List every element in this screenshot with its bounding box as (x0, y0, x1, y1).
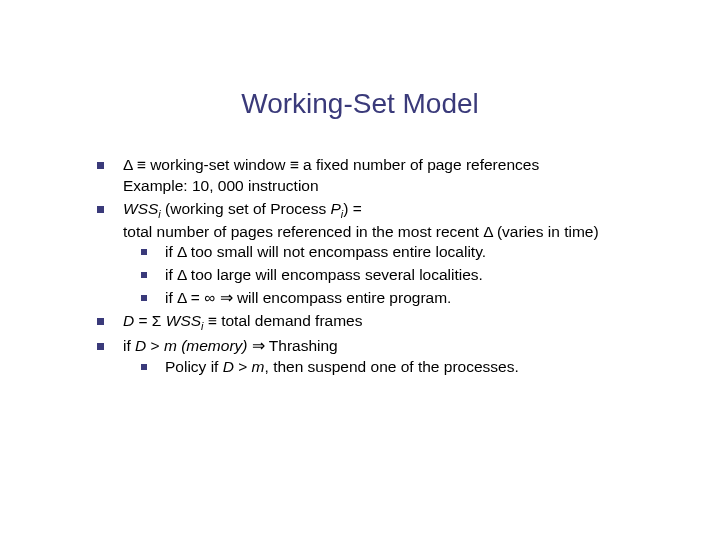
bullet-1-line-1: Δ ≡ working-set window ≡ a fixed number … (123, 156, 539, 173)
bullet-2-line-1: WSSi (working set of Process Pi) = (123, 200, 362, 217)
wss-symbol: WSS (123, 200, 158, 217)
bullet-2-sub-2: if Δ too large will encompass several lo… (139, 265, 680, 286)
bullet-4: if D > m (memory) ⇒ Thrashing Policy if … (95, 336, 680, 378)
bullet-4-gt: > (146, 337, 164, 354)
policy-m: m (252, 358, 265, 375)
bullet-2-sub-3: if Δ = ∞ ⇒ will encompass entire program… (139, 288, 680, 309)
slide-body: Δ ≡ working-set window ≡ a fixed number … (95, 155, 680, 380)
bullet-3: D = Σ WSSi ≡ total demand frames (95, 311, 680, 334)
bullet-2-line-2: total number of pages referenced in the … (123, 223, 599, 240)
policy-gt: > (234, 358, 252, 375)
bullet-4-arrow: ⇒ Thrashing (247, 337, 337, 354)
slide-title: Working-Set Model (0, 88, 720, 120)
bullet-3-line: D = Σ WSSi ≡ total demand frames (123, 312, 362, 329)
d-symbol: D (123, 312, 134, 329)
policy-d: D (223, 358, 234, 375)
d-symbol-2: D (135, 337, 146, 354)
m-symbol: m (memory) (164, 337, 248, 354)
policy-pre: Policy if (165, 358, 223, 375)
slide: Working-Set Model Δ ≡ working-set window… (0, 0, 720, 540)
bullet-3-tail: ≡ total demand frames (204, 312, 363, 329)
bullet-2: WSSi (working set of Process Pi) = total… (95, 199, 680, 309)
process-p: P (330, 200, 340, 217)
bullet-4-sub-1: Policy if D > m, then suspend one of the… (139, 357, 680, 378)
bullet-1-line-2: Example: 10, 000 instruction (123, 177, 319, 194)
bullet-2-sub-1: if Δ too small will not encompass entire… (139, 242, 680, 263)
bullet-1: Δ ≡ working-set window ≡ a fixed number … (95, 155, 680, 197)
bullet-4-pre: if (123, 337, 135, 354)
bullet-2-sublist: if Δ too small will not encompass entire… (139, 242, 680, 309)
bullet-2-mid-1: (working set of Process (161, 200, 331, 217)
bullet-3-eq: = Σ (134, 312, 166, 329)
policy-tail: , then suspend one of the processes. (265, 358, 519, 375)
bullet-2-mid-2: ) = (343, 200, 362, 217)
bullet-4-line: if D > m (memory) ⇒ Thrashing (123, 337, 338, 354)
wss-symbol-2: WSS (166, 312, 201, 329)
bullet-4-sublist: Policy if D > m, then suspend one of the… (139, 357, 680, 378)
